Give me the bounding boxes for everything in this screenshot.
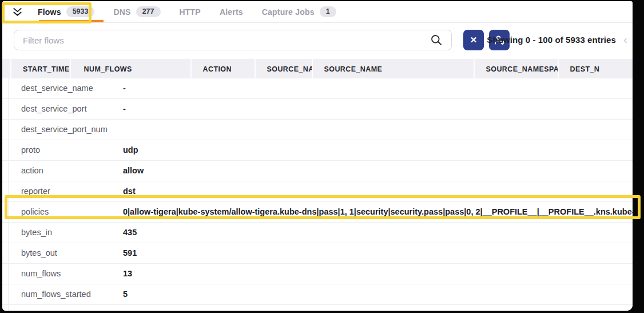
expander-column-spacer (2, 59, 11, 80)
detail-key: dest_service_name (21, 78, 93, 98)
detail-value: udp (123, 140, 633, 160)
showing-entries-text: Showing 0 - 100 of 5933 entries (487, 30, 616, 50)
flow-detail-row: policies 0|allow-tigera|kube-system/allo… (2, 202, 633, 223)
tab[interactable]: DNS 277 (113, 1, 160, 22)
column-header[interactable]: START_TIME (11, 59, 71, 80)
row-gutter-divider (8, 78, 9, 311)
detail-value: - (123, 99, 633, 119)
column-header[interactable]: ACTION (192, 59, 256, 80)
flow-detail-row: dest_service_name - (2, 78, 633, 99)
tab-label: DNS (113, 7, 130, 17)
flow-detail-row: dest_service_port_num (2, 120, 633, 140)
flow-detail-row: dest_service_port - (2, 99, 633, 120)
column-header[interactable]: SOURCE_NAME (313, 59, 475, 80)
tab-badge: 5933 (66, 6, 95, 17)
flow-detail-row: action allow (2, 161, 633, 181)
detail-key: policies (21, 202, 49, 222)
detail-value: allow (123, 161, 633, 181)
flow-detail-list: dest_service_name - dest_service_port - … (2, 78, 633, 311)
tab-badge: 1 (320, 6, 336, 17)
detail-key: num_flows (21, 264, 61, 284)
detail-value: 5 (123, 284, 633, 304)
detail-key: dest_service_port (21, 99, 86, 119)
detail-value: 591 (123, 243, 633, 263)
tab[interactable]: HTTP (180, 1, 201, 22)
column-header[interactable]: NUM_FLOWS (71, 59, 192, 80)
detail-key: bytes_in (21, 223, 52, 243)
previous-page-chevron-icon[interactable]: ‹ (623, 30, 627, 50)
flow-detail-row: num_flows_completed 8 (2, 305, 633, 311)
column-header[interactable]: SOURCE_NAMESPACE (475, 59, 559, 80)
detail-value: dst (123, 181, 633, 201)
column-header[interactable]: SOURCE_NAME_AGGR (256, 59, 313, 80)
tab-label: Alerts (220, 7, 243, 17)
tab[interactable]: Flows 5933 (38, 1, 94, 22)
tab-badge: 277 (136, 6, 161, 17)
flow-detail-row: reporter dst (2, 181, 633, 202)
tab-label: Capture Jobs (262, 7, 315, 17)
detail-value: 435 (123, 223, 633, 243)
filter-flows-input[interactable] (14, 30, 452, 50)
detail-key: action (21, 161, 43, 181)
tab-label: HTTP (180, 7, 201, 17)
detail-key: reporter (21, 181, 50, 201)
clear-filter-button[interactable]: ✕ (463, 30, 484, 50)
detail-key: num_flows_started (21, 284, 91, 304)
table-header-row: START_TIME NUM_FLOWS ACTION SOURCE_NAME_… (2, 59, 633, 80)
flow-detail-row: proto udp (2, 140, 633, 161)
flow-detail-row: bytes_out 591 (2, 243, 633, 264)
detail-key: bytes_out (21, 243, 57, 263)
detail-value: 0|allow-tigera|kube-system/allow-tigera.… (123, 202, 633, 222)
detail-value: - (123, 78, 633, 98)
detail-key: proto (21, 140, 40, 160)
double-chevron-down-icon[interactable] (11, 7, 23, 17)
detail-value: 13 (123, 264, 633, 284)
flow-detail-row: num_flows 13 (2, 264, 633, 284)
flow-detail-row: bytes_in 435 (2, 223, 633, 243)
detail-key: num_flows_completed (21, 305, 104, 311)
detail-key: dest_service_port_num (21, 120, 108, 140)
column-header[interactable]: DEST_N (559, 59, 633, 80)
app-window: Flows 5933 DNS 277 HTTP Alerts (2, 1, 633, 311)
tab[interactable]: Alerts (220, 1, 243, 22)
detail-value: 8 (123, 305, 633, 311)
tab-label: Flows (38, 7, 61, 17)
tab[interactable]: Capture Jobs 1 (262, 1, 336, 22)
tab-bar: Flows 5933 DNS 277 HTTP Alerts (2, 1, 633, 23)
flow-detail-row: num_flows_started 5 (2, 284, 633, 305)
